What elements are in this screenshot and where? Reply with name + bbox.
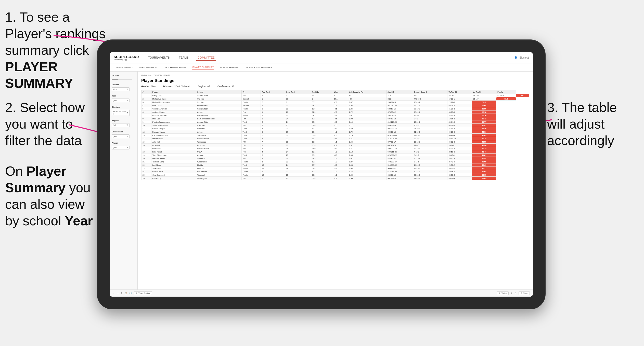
copy-icon[interactable]: 📋 [125, 292, 127, 294]
cell-8-8: 1.14 [348, 120, 387, 124]
cell-3-3: Second [241, 104, 261, 107]
cell-7-2: East Tennessee State [196, 117, 241, 120]
main-content: No Rds. Gender Men ▼ Year (All) [110, 72, 533, 289]
cell-16-9: 406-172-16 [387, 147, 413, 150]
cell-10-3: Third [241, 127, 261, 130]
cell-25-2: Washington [196, 177, 241, 180]
cell-21-9: 514-111-52 [387, 163, 413, 167]
subnav-team-summary[interactable]: TEAM SUMMARY [114, 65, 133, 70]
cell-6-4: 1 [261, 114, 285, 117]
table-row: 6Jackson KoivunAuburnFirst12767.3-2.02.7… [141, 110, 529, 114]
cell-20-9: 473-177-57 [387, 160, 413, 163]
nav-tournaments[interactable]: TOURNAMENTS [147, 55, 171, 61]
table-row: 22Ian GilliganFloridaThird102468.7-0.91.… [141, 163, 529, 167]
cell-23-7: -1.7 [333, 170, 348, 173]
cell-1-5: 18 [285, 97, 311, 101]
cell-24-3: Fourth [241, 173, 261, 177]
cell-14-5: 18 [285, 140, 311, 144]
filter-region: Region: All [198, 85, 210, 88]
nav-teams[interactable]: TEAMS [177, 55, 190, 61]
cell-9-6: 68.4 [311, 124, 333, 127]
cell-15-12: 40.54 [472, 144, 496, 147]
export-icon[interactable]: ⇓ [511, 292, 512, 294]
cell-11-1: Brendan Valdes [151, 130, 196, 134]
watch-btn[interactable]: 👁 Watch [497, 291, 509, 295]
cell-9-8: 1.71 [348, 124, 387, 127]
cell-18-1: Tiger Christensen [151, 154, 196, 157]
cell-0-12: 28-15-0 [472, 94, 496, 97]
subnav-team-h2h-grid[interactable]: TEAM H2H GRID [138, 65, 158, 70]
cell-21-2: Florida [196, 163, 241, 167]
table-row: 23Jack LundinMissouriFourth112469.8-2.31… [141, 167, 529, 170]
cell-25-10: 17-14-2 [413, 177, 447, 180]
cell-19-5: 23 [285, 157, 311, 160]
cell-12-9: 628-192-30 [387, 134, 413, 137]
cell-23-1: Bastien Amat [151, 170, 196, 173]
cell-0-0: 1 [141, 94, 151, 97]
cell-7-8: 1.93 [348, 117, 387, 120]
cell-3-8: 1.98 [348, 104, 387, 107]
clock-icon[interactable]: 🕐 [129, 292, 132, 294]
conference-dropdown[interactable]: (All) ▼ [112, 134, 130, 138]
gender-label: Gender [112, 84, 135, 86]
col-avg-sg: Avg SG [387, 90, 413, 94]
subnav-player-h2h-heatmap[interactable]: PLAYER H2H HEATMAP [246, 65, 273, 70]
gender-dropdown[interactable]: Men ▼ [112, 87, 130, 91]
cell-6-6: 68.2 [311, 114, 333, 117]
cell-0-8: 67.1 [348, 94, 387, 97]
layout-icon[interactable]: ⋮ [514, 292, 517, 294]
cell-13-9: 412-179-38 [387, 137, 413, 140]
table-row: 4Luke ClatonFlorida StateSecond12768.2-1… [141, 104, 529, 107]
gender-section: Gender Men ▼ [112, 84, 135, 91]
cell-17-6: 69.1 [311, 150, 333, 154]
undo-icon[interactable]: ← [113, 292, 115, 294]
subnav-team-h2h-heatmap[interactable]: TEAM H2H HEATMAP [163, 65, 187, 70]
cell-13-3: Third [241, 137, 261, 140]
table-row: 11Gordon SargentVanderbiltThird42168.7-0… [141, 127, 529, 130]
cell-13-4: 7 [261, 137, 285, 140]
subnav-player-h2h-grid[interactable]: PLAYER H2H GRID [219, 65, 241, 70]
cell-10-7: -0.9 [333, 127, 348, 130]
share-btn[interactable]: ⇧ Share [519, 291, 530, 295]
redo-icon[interactable]: → [117, 292, 119, 294]
cell-22-4: 11 [261, 167, 285, 170]
cell-21-5: 24 [285, 163, 311, 167]
refresh-icon[interactable]: ↻ [121, 292, 123, 294]
cell-1-12: 35-16-4 [472, 97, 496, 101]
cell-5-1: Jackson Koivun [151, 110, 196, 114]
table-row: 26Petr HrubyWashingtonFifth72368.6-1.81.… [141, 177, 529, 180]
cell-9-0: 10 [141, 124, 151, 127]
cell-8-7: -0.5 [333, 120, 348, 124]
col-adj-score: Adj. Score to Par [348, 90, 387, 94]
subnav-player-summary[interactable]: PLAYER SUMMARY [192, 65, 214, 70]
cell-13-1: Maxwell Ford [151, 137, 196, 140]
player-dropdown[interactable]: (All) ▼ [112, 146, 130, 149]
cell-4-6: 68.0 [311, 107, 333, 110]
table-row: 5Christo LamprechtGeorgia TechFourth2216… [141, 107, 529, 110]
cell-8-12: 46.77 [472, 120, 496, 124]
col-school: School [196, 90, 241, 94]
sign-out-link[interactable]: Sign out [519, 56, 529, 59]
cell-25-8: 1.56 [348, 177, 387, 180]
cell-14-9: 377-82-17 [387, 140, 413, 144]
cell-4-5: 21 [285, 107, 311, 110]
cell-16-10: 26-25-3 [413, 147, 447, 150]
nav-committee[interactable]: COMMITTEE [196, 55, 216, 61]
cell-24-9: 432-96-12 [387, 173, 413, 177]
view-original-btn[interactable]: 👁 View: Original [134, 291, 152, 295]
region-dropdown[interactable]: N/A ▼ [112, 123, 130, 127]
cell-1-6: 0 [311, 97, 333, 101]
cell-12-3: Third [241, 134, 261, 137]
cell-5-7: -2.0 [333, 110, 348, 114]
cell-16-4: 9 [261, 147, 285, 150]
cell-11-11: 50-18-6 [447, 130, 472, 134]
cell-1-4: 1 [261, 97, 285, 101]
no-rds-slider[interactable] [112, 79, 132, 80]
cell-16-12: 40.35 [472, 147, 496, 150]
cell-3-12: 56.04 [472, 104, 496, 107]
table-row: 14Maxwell FordNorth CarolinaThird72269.1… [141, 137, 529, 140]
cell-11-5: 17 [285, 130, 311, 134]
table-area: Update time: 27/03/2024 16:56:26 Player … [138, 72, 533, 289]
year-dropdown[interactable]: (All) ▼ [112, 99, 130, 102]
division-dropdown[interactable]: NCAA Division I ▼ [112, 110, 130, 116]
